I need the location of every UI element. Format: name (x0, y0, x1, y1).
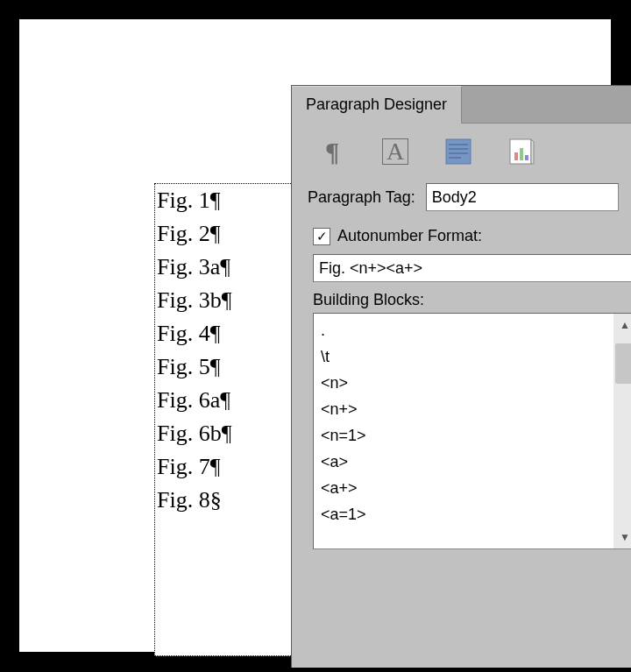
list-item[interactable]: <n=1> (321, 422, 606, 449)
paragraph-tag-row: Paragraph Tag: (292, 178, 631, 216)
list-item[interactable]: . (321, 317, 606, 343)
text-line[interactable]: Fig. 3b¶ (155, 284, 294, 317)
list-item[interactable]: <a=1> (321, 501, 606, 527)
svg-rect-2 (449, 148, 468, 150)
text-line[interactable]: Fig. 5¶ (155, 350, 294, 384)
svg-rect-3 (449, 152, 468, 154)
text-line[interactable]: Fig. 8§ (155, 484, 294, 517)
pilcrow-icon: ¶ (210, 221, 221, 246)
scroll-thumb[interactable] (615, 343, 631, 384)
autonumber-label: Autonumber Format: (337, 227, 482, 245)
check-icon: ✓ (316, 229, 328, 244)
text-line[interactable]: Fig. 1¶ (155, 184, 294, 217)
scroll-track[interactable] (613, 336, 631, 526)
pagination-button[interactable] (439, 132, 478, 171)
page-lines-icon (444, 138, 472, 166)
svg-rect-8 (525, 155, 528, 160)
tab-paragraph-designer[interactable]: Paragraph Designer (292, 86, 462, 124)
line-text: Fig. 6b (157, 421, 222, 446)
listbox-content: . \t <n> <n+> <n=1> <a> <a+> <a=1> (314, 314, 613, 548)
svg-rect-0 (446, 139, 471, 164)
text-line[interactable]: Fig. 6a¶ (155, 384, 294, 417)
pilcrow-icon: ¶ (222, 421, 232, 446)
list-item[interactable]: <n> (321, 370, 606, 396)
list-item[interactable]: \t (321, 343, 606, 370)
line-text: Fig. 7 (157, 454, 210, 479)
autonumber-row: ✓ Autonumber Format: (292, 216, 631, 254)
line-text: Fig. 6a (157, 387, 220, 413)
app-frame: Fig. 1¶ Fig. 2¶ Fig. 3a¶ Fig. 3b¶ Fig. 4… (19, 19, 611, 652)
building-blocks-label: Building Blocks: (292, 282, 631, 313)
pilcrow-icon: ¶ (210, 187, 221, 213)
list-item[interactable]: <a> (321, 449, 606, 475)
pilcrow-icon: ¶ (210, 454, 221, 479)
text-line[interactable]: Fig. 3a¶ (155, 251, 294, 284)
pilcrow-icon: ¶ (325, 137, 339, 166)
line-text: Fig. 1 (157, 187, 210, 213)
line-text: Fig. 8 (157, 487, 210, 513)
pilcrow-icon: ¶ (210, 321, 221, 346)
line-text: Fig. 3a (157, 254, 220, 279)
basic-button[interactable]: ¶ (313, 132, 351, 171)
paragraph-tag-label: Paragraph Tag: (308, 188, 415, 207)
scroll-up-button[interactable]: ▲ (613, 314, 631, 336)
scroll-down-button[interactable]: ▼ (613, 526, 631, 548)
chevron-down-icon: ▼ (620, 531, 630, 543)
section-icon: § (210, 487, 222, 513)
autonumber-format-input[interactable] (313, 254, 631, 282)
line-text: Fig. 5 (157, 354, 210, 379)
panel-toolbar: ¶ A (292, 124, 631, 178)
pilcrow-icon: ¶ (210, 354, 221, 379)
panel-tabs: Paragraph Designer (292, 86, 631, 124)
pilcrow-icon: ¶ (220, 387, 230, 413)
chevron-up-icon: ▲ (620, 319, 630, 331)
svg-rect-1 (449, 144, 468, 145)
text-line[interactable]: Fig. 6b¶ (155, 417, 294, 450)
text-line[interactable]: Fig. 4¶ (155, 317, 294, 350)
font-button[interactable]: A (376, 132, 415, 171)
autonumber-checkbox[interactable]: ✓ (313, 228, 330, 245)
document-text-frame: Fig. 1¶ Fig. 2¶ Fig. 3a¶ Fig. 3b¶ Fig. 4… (154, 183, 294, 656)
line-text: Fig. 2 (157, 221, 210, 246)
numbering-button[interactable] (502, 132, 541, 171)
svg-rect-6 (514, 152, 518, 160)
svg-rect-7 (520, 148, 523, 160)
line-text: Fig. 3b (157, 287, 222, 313)
text-line[interactable]: Fig. 7¶ (155, 450, 294, 484)
list-item[interactable]: <n+> (321, 396, 606, 422)
pilcrow-icon: ¶ (220, 254, 230, 279)
building-blocks-listbox[interactable]: . \t <n> <n+> <n=1> <a> <a+> <a=1> ▲ ▼ (313, 313, 631, 549)
svg-rect-4 (449, 157, 461, 159)
scrollbar[interactable]: ▲ ▼ (613, 314, 631, 548)
list-item[interactable]: <a+> (321, 475, 606, 501)
pilcrow-icon: ¶ (222, 287, 232, 313)
page-chart-icon (507, 138, 535, 166)
line-text: Fig. 4 (157, 321, 210, 346)
tab-empty (462, 86, 631, 124)
text-line[interactable]: Fig. 2¶ (155, 217, 294, 251)
font-a-icon: A (382, 138, 408, 165)
paragraph-tag-input[interactable] (426, 183, 619, 211)
paragraph-designer-panel: Paragraph Designer ¶ A (291, 85, 631, 668)
